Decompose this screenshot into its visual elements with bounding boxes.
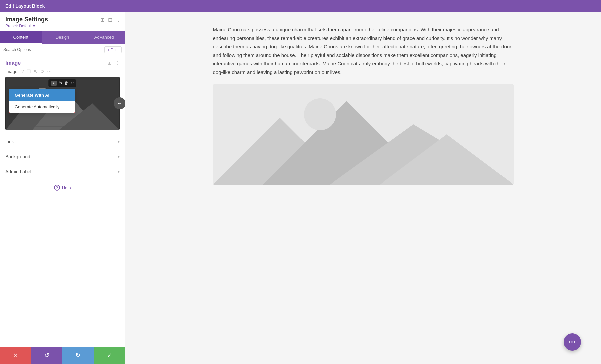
section-more-icon[interactable]: ⋮ (115, 60, 120, 66)
fab-button[interactable]: ••• (564, 333, 581, 351)
save-button[interactable]: ✓ (94, 347, 125, 364)
tab-design[interactable]: Design (42, 31, 83, 44)
expand-icon[interactable]: ⊞ (100, 17, 105, 23)
redo-icon: ↻ (75, 352, 80, 359)
sidebar: Image Settings Preset: Default ⊞ ⊟ ⋮ Con… (0, 12, 125, 364)
admin-label-section: Admin Label ▾ (0, 164, 125, 179)
image-more-icon[interactable]: ⋯ (47, 69, 52, 74)
image-preview-container: AI ↻ 🗑 ↩ (5, 77, 120, 130)
redo-small-icon[interactable]: ↩ (70, 81, 74, 86)
generate-with-ai-option[interactable]: Generate With AI (9, 89, 75, 101)
link-section: Link ▾ (0, 134, 125, 149)
preset-label[interactable]: Preset: Default (5, 24, 120, 28)
section-icons: ▲ ⋮ (107, 60, 120, 66)
image-toolbar-label: Image (5, 69, 17, 74)
preview-area: Maine Coon cats possess a unique charm t… (125, 12, 601, 364)
ai-dropdown-menu: Generate With AI Generate Automatically (9, 89, 75, 113)
image-toolbar: Image ? ☐ ↖ ↺ ⋯ (0, 69, 125, 77)
cancel-icon: ✕ (13, 352, 18, 359)
filter-button[interactable]: + Filter (104, 46, 122, 53)
bottom-bar: ✕ ↺ ↻ ✓ (0, 347, 125, 364)
ai-icon[interactable]: AI (51, 81, 57, 86)
preview-text: Maine Coon cats possess a unique charm t… (213, 25, 514, 76)
tabs: Content Design Advanced (0, 31, 125, 44)
link-label: Link (5, 139, 14, 144)
sidebar-content: Image ▲ ⋮ Image ? ☐ ↖ ↺ ⋯ A (0, 56, 125, 347)
help-section[interactable]: ? Help (0, 179, 125, 196)
image-section-title: Image (5, 60, 21, 66)
background-section: Background ▾ (0, 149, 125, 164)
delete-icon[interactable]: 🗑 (64, 81, 68, 86)
resize-handle[interactable]: ↔ (114, 97, 125, 109)
main-layout: Image Settings Preset: Default ⊞ ⊟ ⋮ Con… (0, 12, 601, 364)
cancel-button[interactable]: ✕ (0, 347, 31, 364)
mobile-preview-icon[interactable]: ☐ (27, 69, 31, 74)
image-section-header: Image ▲ ⋮ (0, 56, 125, 69)
search-bar: + Filter (0, 44, 125, 56)
sidebar-header: Image Settings Preset: Default ⊞ ⊟ ⋮ (0, 12, 125, 31)
more-icon[interactable]: ⋮ (116, 17, 121, 23)
refresh-icon[interactable]: ↻ (59, 81, 62, 86)
cursor-icon[interactable]: ↖ (34, 69, 38, 74)
fab-icon: ••• (569, 339, 576, 345)
sidebar-header-icons: ⊞ ⊟ ⋮ (100, 17, 121, 23)
link-section-header[interactable]: Link ▾ (0, 134, 125, 149)
admin-label-section-header[interactable]: Admin Label ▾ (0, 164, 125, 179)
tab-content[interactable]: Content (0, 31, 42, 44)
search-input[interactable] (3, 47, 102, 52)
admin-label-chevron-icon: ▾ (118, 169, 120, 174)
image-preview[interactable]: AI ↻ 🗑 ↩ (5, 77, 120, 130)
generate-automatically-option[interactable]: Generate Automatically (9, 101, 75, 113)
background-label: Background (5, 154, 30, 159)
reset-icon[interactable]: ↺ (40, 69, 44, 74)
help-circle-icon: ? (54, 185, 60, 191)
redo-button[interactable]: ↻ (62, 347, 94, 364)
save-icon: ✓ (107, 352, 112, 359)
background-chevron-icon: ▾ (118, 154, 120, 159)
undo-icon: ↺ (44, 352, 49, 359)
layout-icon[interactable]: ⊟ (108, 17, 112, 23)
preview-image-placeholder (213, 84, 514, 185)
help-tooltip-icon[interactable]: ? (21, 69, 24, 74)
collapse-icon[interactable]: ▲ (107, 60, 112, 66)
top-bar: Edit Layout Block (0, 0, 601, 12)
link-chevron-icon: ▾ (118, 139, 120, 144)
undo-button[interactable]: ↺ (31, 347, 63, 364)
help-label: Help (62, 185, 71, 190)
svg-point-14 (304, 98, 336, 130)
image-float-toolbar: AI ↻ 🗑 ↩ (48, 79, 76, 87)
top-bar-title: Edit Layout Block (5, 3, 45, 9)
tab-advanced[interactable]: Advanced (83, 31, 125, 44)
admin-label-label: Admin Label (5, 169, 31, 174)
background-section-header[interactable]: Background ▾ (0, 149, 125, 164)
preview-content: Maine Coon cats possess a unique charm t… (213, 25, 514, 185)
